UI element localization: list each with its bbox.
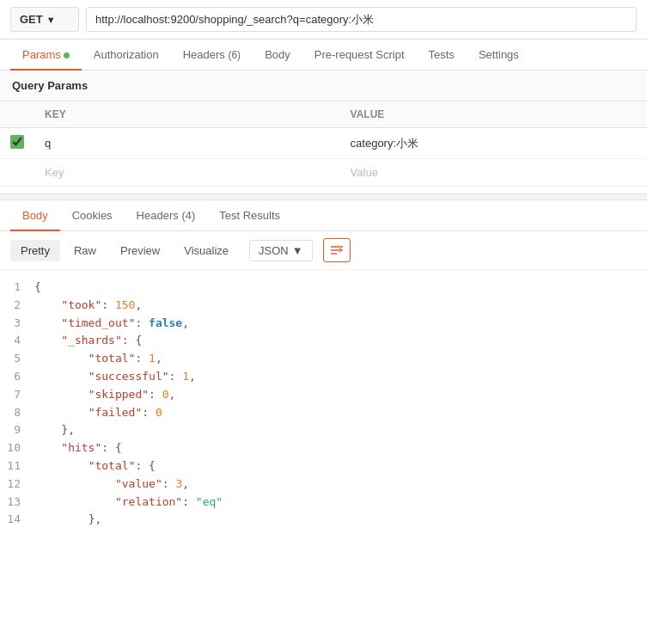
format-raw-button[interactable]: Raw [64, 240, 107, 261]
key-column-header: KEY [34, 101, 340, 128]
value-cell: category:小米 [340, 128, 647, 159]
url-input[interactable] [86, 7, 637, 32]
code-line-2: 2 "took": 150, [0, 297, 647, 315]
query-params-header: Query Params [0, 71, 647, 101]
row-checkbox-cell [0, 128, 34, 159]
request-tabs-bar: Params Authorization Headers (6) Body Pr… [0, 40, 647, 71]
empty-value-cell[interactable]: Value [340, 159, 647, 187]
tab-prerequest[interactable]: Pre-request Script [302, 40, 417, 70]
response-tab-cookies[interactable]: Cookies [60, 200, 125, 230]
tab-settings[interactable]: Settings [467, 40, 531, 70]
code-line-7: 7 "skipped": 0, [0, 386, 647, 404]
response-tabs-bar: Body Cookies Headers (4) Test Results [0, 200, 647, 231]
params-table: KEY VALUE q category:小米 Key Value [0, 101, 647, 187]
code-area: 1 { 2 "took": 150, 3 "timed_out": false,… [0, 270, 647, 537]
checkbox-col-header [0, 101, 34, 128]
code-line-14: 14 }, [0, 511, 647, 529]
table-row-empty: Key Value [0, 159, 647, 187]
tab-params[interactable]: Params [10, 40, 82, 70]
format-bar: Pretty Raw Preview Visualize JSON ▼ [0, 231, 647, 270]
response-tab-headers[interactable]: Headers (4) [125, 200, 208, 230]
tab-body[interactable]: Body [253, 40, 302, 70]
row-checkbox[interactable] [10, 135, 24, 149]
code-line-5: 5 "total": 1, [0, 350, 647, 368]
params-dot [64, 52, 70, 58]
wrap-icon [330, 244, 344, 256]
tab-tests[interactable]: Tests [417, 40, 467, 70]
value-column-header: VALUE [340, 101, 647, 128]
tab-authorization[interactable]: Authorization [82, 40, 171, 70]
code-line-1: 1 { [0, 279, 647, 297]
code-line-4: 4 "_shards": { [0, 332, 647, 350]
response-tab-body[interactable]: Body [10, 200, 60, 230]
response-tab-test-results[interactable]: Test Results [207, 200, 292, 230]
method-select[interactable]: GET ▼ [10, 7, 79, 32]
format-type-arrow: ▼ [292, 244, 303, 257]
format-visualize-button[interactable]: Visualize [174, 240, 239, 261]
code-line-3: 3 "timed_out": false, [0, 315, 647, 333]
method-label: GET [20, 13, 43, 26]
wrap-button[interactable] [323, 238, 351, 262]
empty-checkbox-cell [0, 159, 34, 187]
tab-headers[interactable]: Headers (6) [171, 40, 253, 70]
format-pretty-button[interactable]: Pretty [10, 240, 60, 261]
code-line-9: 9 }, [0, 421, 647, 439]
table-row: q category:小米 [0, 128, 647, 159]
url-bar: GET ▼ [0, 0, 647, 40]
code-line-8: 8 "failed": 0 [0, 404, 647, 422]
code-line-10: 10 "hits": { [0, 439, 647, 457]
code-line-6: 6 "successful": 1, [0, 368, 647, 386]
method-dropdown-arrow: ▼ [46, 15, 56, 25]
key-cell: q [34, 128, 340, 159]
code-line-12: 12 "value": 3, [0, 475, 647, 494]
code-line-11: 11 "total": { [0, 457, 647, 475]
section-divider [0, 193, 647, 200]
code-line-13: 13 "relation": "eq" [0, 494, 647, 512]
format-preview-button[interactable]: Preview [110, 240, 170, 261]
format-type-select[interactable]: JSON ▼ [249, 240, 313, 261]
empty-key-cell[interactable]: Key [34, 159, 340, 187]
